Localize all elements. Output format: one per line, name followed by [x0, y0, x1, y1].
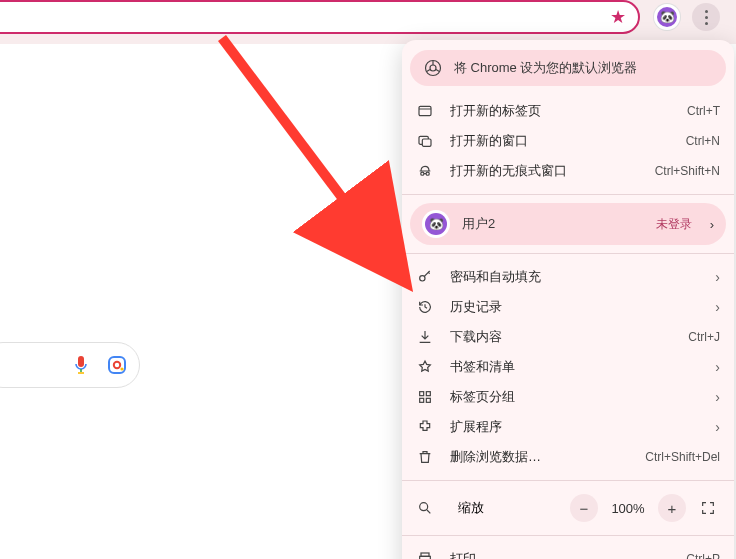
set-default-browser-banner[interactable]: 将 Chrome 设为您的默认浏览器: [410, 50, 726, 86]
menu-item-label: 标签页分组: [450, 388, 709, 406]
zoom-icon: [416, 499, 434, 517]
svg-rect-5: [419, 106, 431, 115]
menu-shortcut: Ctrl+N: [686, 134, 720, 148]
print-icon: [416, 550, 434, 559]
profile-name: 用户2: [462, 215, 644, 233]
zoom-in-button[interactable]: +: [658, 494, 686, 522]
svg-rect-12: [426, 392, 430, 396]
chevron-right-icon: ›: [715, 299, 720, 315]
lens-search-icon[interactable]: [107, 355, 127, 375]
svg-point-2: [120, 367, 123, 370]
bookmark-star-icon[interactable]: ★: [610, 6, 626, 28]
trash-icon: [416, 448, 434, 466]
chevron-right-icon: ›: [715, 389, 720, 405]
chrome-menu: 将 Chrome 设为您的默认浏览器 打开新的标签页 Ctrl+T 打开新的窗口…: [402, 40, 734, 559]
menu-button[interactable]: [692, 3, 720, 31]
svg-point-1: [114, 362, 120, 368]
chevron-right-icon: ›: [715, 359, 720, 375]
fullscreen-button[interactable]: [694, 494, 722, 522]
google-search-stub[interactable]: [0, 342, 140, 388]
grid-icon: [416, 388, 434, 406]
download-icon: [416, 328, 434, 346]
menu-item-label: 历史记录: [450, 298, 709, 316]
menu-item-history[interactable]: 历史记录 ›: [402, 292, 734, 322]
svg-rect-7: [422, 139, 431, 146]
menu-item-passwords[interactable]: 密码和自动填充 ›: [402, 262, 734, 292]
menu-item-label: 打开新的窗口: [450, 132, 686, 150]
menu-shortcut: Ctrl+P: [686, 552, 720, 559]
svg-rect-14: [426, 398, 430, 402]
menu-divider: [402, 253, 734, 254]
svg-rect-0: [109, 357, 125, 373]
chevron-right-icon: ›: [710, 217, 714, 232]
menu-item-bookmarks[interactable]: 书签和清单 ›: [402, 352, 734, 382]
incognito-icon: [416, 162, 434, 180]
menu-item-label: 打印…: [450, 550, 686, 559]
menu-item-new-tab[interactable]: 打开新的标签页 Ctrl+T: [402, 96, 734, 126]
svg-point-15: [420, 503, 428, 511]
menu-item-label: 扩展程序: [450, 418, 709, 436]
svg-rect-11: [420, 392, 424, 396]
menu-item-profile[interactable]: 🐼 用户2 未登录 ›: [410, 203, 726, 245]
menu-item-extensions[interactable]: 扩展程序 ›: [402, 412, 734, 442]
zoom-value: 100%: [606, 501, 650, 516]
new-tab-icon: [416, 102, 434, 120]
menu-item-incognito[interactable]: 打开新的无痕式窗口 Ctrl+Shift+N: [402, 156, 734, 186]
menu-item-label: 下载内容: [450, 328, 688, 346]
menu-item-label: 书签和清单: [450, 358, 709, 376]
profile-avatar-icon: 🐼: [422, 210, 450, 238]
menu-divider: [402, 194, 734, 195]
extension-icon: [416, 418, 434, 436]
svg-point-10: [420, 276, 425, 281]
svg-point-9: [426, 172, 429, 175]
zoom-out-button[interactable]: −: [570, 494, 598, 522]
profile-avatar-icon: 🐼: [657, 7, 677, 27]
menu-item-zoom: 缩放 − 100% +: [402, 489, 734, 527]
key-icon: [416, 268, 434, 286]
chrome-icon: [424, 59, 442, 77]
menu-shortcut: Ctrl+Shift+Del: [645, 450, 720, 464]
toolbar: ★ 🐼: [0, 0, 736, 44]
menu-divider: [402, 535, 734, 536]
svg-point-8: [421, 172, 424, 175]
new-window-icon: [416, 132, 434, 150]
banner-label: 将 Chrome 设为您的默认浏览器: [454, 59, 637, 77]
menu-item-label: 打开新的标签页: [450, 102, 687, 120]
menu-item-label: 密码和自动填充: [450, 268, 709, 286]
menu-item-print[interactable]: 打印… Ctrl+P: [402, 544, 734, 559]
profile-state: 未登录: [656, 216, 692, 233]
menu-item-label: 删除浏览数据…: [450, 448, 645, 466]
svg-rect-13: [420, 398, 424, 402]
menu-divider: [402, 480, 734, 481]
menu-item-clear-data[interactable]: 删除浏览数据… Ctrl+Shift+Del: [402, 442, 734, 472]
zoom-label: 缩放: [458, 499, 562, 517]
menu-shortcut: Ctrl+T: [687, 104, 720, 118]
chevron-right-icon: ›: [715, 269, 720, 285]
profile-button[interactable]: 🐼: [653, 3, 681, 31]
history-icon: [416, 298, 434, 316]
voice-search-icon[interactable]: [73, 355, 89, 375]
menu-shortcut: Ctrl+J: [688, 330, 720, 344]
menu-item-tabgroups[interactable]: 标签页分组 ›: [402, 382, 734, 412]
menu-shortcut: Ctrl+Shift+N: [655, 164, 720, 178]
svg-point-4: [430, 65, 436, 71]
chevron-right-icon: ›: [715, 419, 720, 435]
menu-item-new-window[interactable]: 打开新的窗口 Ctrl+N: [402, 126, 734, 156]
bookmark-icon: [416, 358, 434, 376]
menu-item-label: 打开新的无痕式窗口: [450, 162, 655, 180]
menu-item-downloads[interactable]: 下载内容 Ctrl+J: [402, 322, 734, 352]
omnibox[interactable]: ★: [0, 0, 640, 34]
